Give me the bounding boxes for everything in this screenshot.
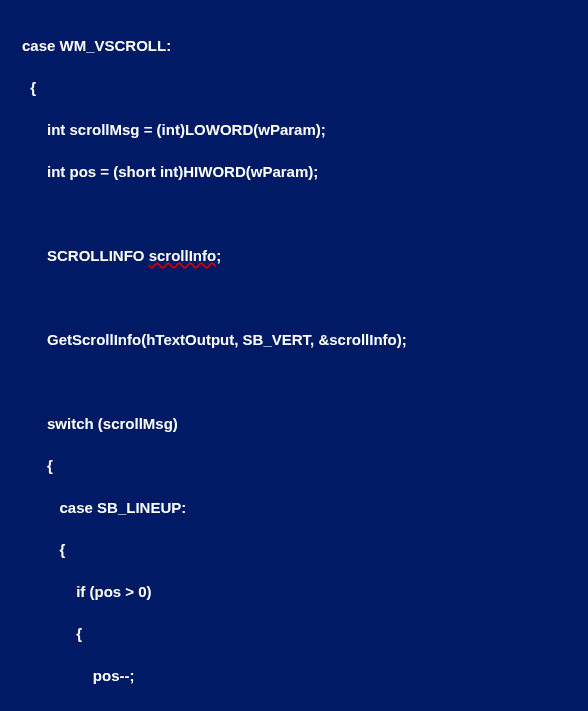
code-text: SCROLLINFO bbox=[22, 247, 149, 264]
code-line: SCROLLINFO scrollInfo; bbox=[22, 245, 588, 266]
code-block: case WM_VSCROLL: { int scrollMsg = (int)… bbox=[22, 14, 588, 711]
code-line bbox=[22, 203, 588, 224]
code-line: { bbox=[22, 77, 588, 98]
code-line: case WM_VSCROLL: bbox=[22, 35, 588, 56]
code-line: if (pos > 0) bbox=[22, 581, 588, 602]
code-line: pos--; bbox=[22, 665, 588, 686]
code-line bbox=[22, 287, 588, 308]
code-line: switch (scrollMsg) bbox=[22, 413, 588, 434]
code-line: int pos = (short int)HIWORD(wParam); bbox=[22, 161, 588, 182]
code-line: GetScrollInfo(hTextOutput, SB_VERT, &scr… bbox=[22, 329, 588, 350]
squiggly-underline: scrollInfo bbox=[149, 247, 217, 264]
code-line: { bbox=[22, 539, 588, 560]
code-line: { bbox=[22, 623, 588, 644]
code-line bbox=[22, 371, 588, 392]
code-text: ; bbox=[216, 247, 221, 264]
code-line: } bbox=[22, 707, 588, 711]
code-line: int scrollMsg = (int)LOWORD(wParam); bbox=[22, 119, 588, 140]
code-line: { bbox=[22, 455, 588, 476]
code-line: case SB_LINEUP: bbox=[22, 497, 588, 518]
